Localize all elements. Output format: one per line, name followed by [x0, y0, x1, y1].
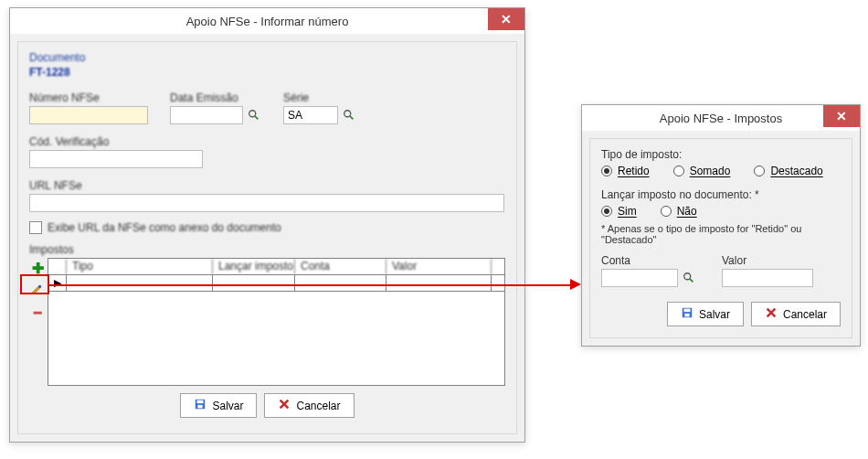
data-emissao-input[interactable]	[170, 106, 243, 124]
cod-verificacao-label: Cód. Verificação	[29, 135, 505, 148]
svg-line-3	[350, 116, 354, 120]
conta-input[interactable]	[601, 269, 678, 287]
column-conta[interactable]: Conta	[295, 259, 386, 274]
svg-point-9	[684, 273, 691, 280]
serie-input[interactable]	[283, 106, 338, 124]
pencil-icon	[31, 283, 44, 299]
url-nfse-input[interactable]	[29, 194, 504, 212]
plus-icon: ✚	[32, 262, 44, 276]
documento-label: Documento	[29, 51, 505, 64]
impostos-label: Impostos	[29, 243, 505, 256]
radio-nao[interactable]: Não	[661, 205, 697, 218]
close-button[interactable]: ✕	[488, 8, 524, 30]
save-button[interactable]: Salvar	[667, 302, 744, 326]
impostos-grid[interactable]: Tipo Lançar imposto Conta Valor ▶	[48, 258, 505, 386]
search-icon[interactable]	[682, 271, 696, 285]
row-indicator-icon: ▶	[48, 275, 67, 291]
save-icon	[194, 398, 206, 413]
save-button[interactable]: Salvar	[180, 393, 257, 418]
minus-icon: ━	[34, 306, 41, 319]
svg-rect-13	[684, 314, 689, 317]
search-icon[interactable]	[342, 108, 356, 123]
numero-nfse-label: Número NFSe	[29, 91, 148, 104]
callout-arrow	[49, 284, 572, 286]
serie-label: Série	[283, 91, 356, 104]
save-label: Salvar	[212, 400, 243, 412]
cancel-icon	[765, 306, 778, 322]
column-lancar[interactable]: Lançar imposto	[213, 259, 295, 274]
close-icon: ✕	[823, 109, 860, 123]
titlebar: Apoio NFSe - Informar número ✕	[10, 8, 524, 34]
search-icon[interactable]	[247, 108, 261, 123]
cancel-button[interactable]: Cancelar	[264, 393, 354, 418]
cod-verificacao-input[interactable]	[29, 150, 203, 168]
documento-value: FT-1228	[29, 66, 505, 79]
radio-somado[interactable]: Somado	[673, 165, 731, 177]
radio-retido[interactable]: Retido	[601, 165, 650, 177]
close-icon: ✕	[488, 12, 524, 27]
svg-point-2	[344, 111, 351, 117]
svg-rect-12	[683, 309, 690, 313]
column-tipo[interactable]: Tipo	[67, 259, 213, 274]
radio-sim[interactable]: Sim	[601, 205, 637, 218]
window-title: Apoio NFSe - Impostos	[582, 112, 860, 125]
svg-point-0	[249, 111, 256, 117]
delete-row-button[interactable]: ━	[29, 304, 46, 321]
lancar-imposto-label: Lançar imposto no documento: *	[601, 188, 841, 201]
data-emissao-label: Data Emissão	[170, 91, 261, 104]
conta-label: Conta	[601, 254, 696, 267]
cancel-label: Cancelar	[296, 400, 340, 412]
table-row[interactable]: ▶	[48, 275, 504, 292]
valor-input[interactable]	[722, 269, 813, 287]
window-title: Apoio NFSe - Informar número	[10, 15, 524, 28]
arrow-head-icon	[570, 279, 581, 290]
valor-label: Valor	[722, 254, 813, 267]
column-valor[interactable]: Valor	[386, 259, 492, 274]
titlebar: Apoio NFSe - Impostos ✕	[582, 105, 860, 131]
save-label: Salvar	[699, 308, 730, 321]
url-nfse-label: URL NFSe	[29, 179, 505, 192]
cancel-button[interactable]: Cancelar	[751, 302, 841, 326]
cancel-icon	[278, 398, 291, 413]
svg-rect-5	[197, 400, 204, 404]
svg-rect-6	[198, 405, 203, 409]
svg-line-1	[255, 116, 259, 120]
radio-destacado[interactable]: Destacado	[754, 165, 822, 177]
exibe-url-label: Exibe URL da NFSe como anexo do document…	[48, 221, 281, 234]
numero-nfse-input[interactable]	[29, 106, 148, 124]
exibe-url-checkbox[interactable]	[29, 221, 42, 234]
add-row-button[interactable]: ✚	[29, 261, 46, 277]
tipo-imposto-label: Tipo de imposto:	[601, 148, 841, 161]
close-button[interactable]: ✕	[823, 105, 860, 127]
svg-line-10	[690, 279, 693, 283]
edit-row-button[interactable]	[29, 283, 46, 299]
save-icon	[681, 306, 693, 322]
note-text: * Apenas se o tipo de imposto for "Retid…	[601, 223, 841, 245]
cancel-label: Cancelar	[783, 308, 827, 321]
